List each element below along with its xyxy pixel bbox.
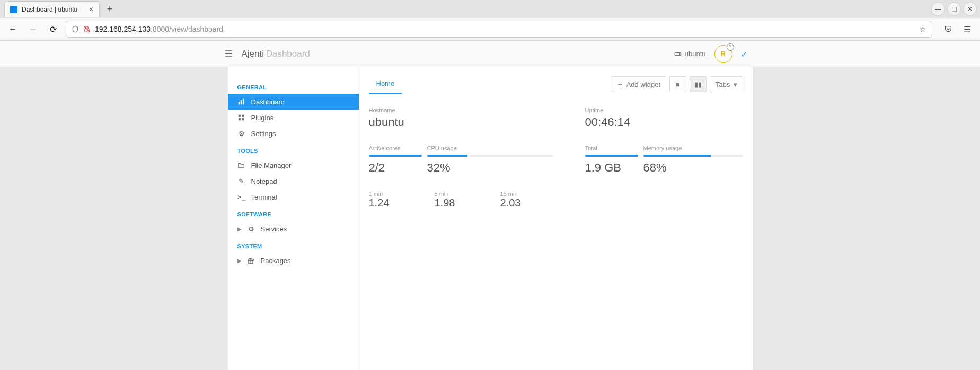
tab-home[interactable]: Home (369, 74, 402, 94)
shield-icon (72, 25, 79, 33)
widget-value: ubuntu (369, 115, 553, 129)
close-tab-icon[interactable]: ✕ (89, 6, 94, 13)
sidebar-item-label: Settings (251, 130, 276, 138)
pencil-icon: ✎ (237, 177, 246, 185)
prompt-icon: >_ (237, 193, 246, 201)
widget-memory-usage: Memory usage 68% (643, 145, 743, 175)
chevron-right-icon: ▶ (237, 258, 242, 264)
layout-single-button[interactable]: ■ (669, 76, 686, 92)
widget-memory-total: Total 1.9 GB (585, 145, 638, 175)
avatar-letter: R (721, 50, 726, 58)
favicon-icon (10, 6, 17, 13)
insecure-lock-icon (83, 25, 91, 33)
widget-memory-block: Total 1.9 GB Memory usage 68% (585, 145, 743, 175)
app-menu-icon[interactable]: ☰ (960, 22, 975, 37)
plus-icon: ＋ (616, 79, 623, 89)
back-button[interactable]: ← (5, 22, 20, 37)
sidebar-item-plugins[interactable]: Plugins (228, 110, 359, 125)
sidebar-item-label: Plugins (251, 114, 274, 122)
fullscreen-icon[interactable]: ⤢ (741, 50, 747, 58)
widgets-grid: Hostname ubuntu Uptime 00:46:14 Active c… (369, 94, 743, 209)
url-bar[interactable]: 192.168.254.133:8000/view/dashboard ☆ (66, 21, 932, 38)
svg-rect-6 (242, 99, 243, 105)
stop-icon: ■ (676, 80, 680, 88)
folder-icon (237, 161, 246, 169)
widget-active-cores: Active cores 2/2 (369, 145, 422, 175)
pocket-icon[interactable] (941, 22, 956, 37)
progress-bar (585, 155, 638, 157)
layout-split-button[interactable]: ▮▮ (690, 76, 707, 92)
progress-fill (585, 155, 638, 157)
widget-value: 1.98 (435, 197, 488, 209)
sidebar-item-terminal[interactable]: >_ Terminal (228, 189, 359, 205)
widget-label: 5 min (435, 191, 488, 197)
grid-icon (237, 114, 246, 121)
browser-tab[interactable]: Dashboard | ubuntu ✕ (4, 1, 100, 17)
sidebar-item-notepad[interactable]: ✎ Notepad (228, 173, 359, 189)
url-path: :8000/view/dashboard (151, 25, 223, 33)
widget-label: 1 min (369, 191, 422, 197)
widget-label: Total (585, 145, 638, 151)
hostname-chip-text: ubuntu (685, 50, 706, 58)
widget-load-block: 1 min 1.24 5 min 1.98 15 min 2.03 (369, 191, 553, 209)
chevron-right-icon: ▶ (237, 226, 242, 232)
sidebar-item-packages[interactable]: ▶ Packages (228, 252, 359, 268)
svg-point-3 (679, 53, 680, 54)
widget-uptime: Uptime 00:46:14 (585, 107, 743, 129)
sidebar: GENERAL Dashboard Plugins ⚙ Settings TOO… (228, 67, 359, 370)
sidebar-item-dashboard[interactable]: Dashboard (228, 94, 359, 110)
widget-load-5min: 5 min 1.98 (435, 191, 488, 209)
sidebar-item-services[interactable]: ▶ ⚙ Services (228, 221, 359, 237)
tab-bar: Home (369, 74, 402, 94)
sidebar-item-label: Notepad (251, 177, 277, 185)
widget-label: Memory usage (643, 145, 743, 151)
tab-strip: Dashboard | ubuntu ✕ + — ▢ ✕ (0, 0, 980, 18)
sidebar-heading-tools: TOOLS (228, 145, 359, 157)
widget-value: 2.03 (500, 197, 553, 209)
minimize-button[interactable]: — (931, 2, 945, 16)
svg-rect-9 (238, 118, 240, 120)
hostname-chip[interactable]: ubuntu (674, 50, 706, 58)
widget-value: 68% (643, 161, 743, 175)
maximize-button[interactable]: ▢ (947, 2, 961, 16)
gift-icon (247, 257, 255, 264)
sidebar-heading-system: SYSTEM (228, 240, 359, 252)
widget-label: 15 min (500, 191, 553, 197)
new-tab-button[interactable]: + (103, 2, 117, 16)
menu-toggle-icon[interactable]: ☰ (223, 48, 234, 60)
reload-button[interactable]: ⟳ (46, 22, 60, 37)
widget-label: Active cores (369, 145, 422, 151)
svg-rect-5 (240, 100, 241, 104)
url-host: 192.168.254.133 (95, 25, 151, 33)
close-window-button[interactable]: ✕ (963, 2, 977, 16)
sidebar-item-label: Dashboard (251, 98, 285, 106)
widget-value: 2/2 (369, 161, 422, 175)
widget-value: 1.24 (369, 197, 422, 209)
widget-hostname: Hostname ubuntu (369, 107, 553, 129)
sidebar-item-label: Terminal (251, 193, 277, 201)
browser-chrome: Dashboard | ubuntu ✕ + — ▢ ✕ ← → ⟳ 192.1… (0, 0, 980, 41)
progress-fill (427, 155, 467, 157)
content: Home ＋ Add widget ■ ▮▮ Tabs ▾ (359, 67, 753, 370)
widget-value: 1.9 GB (585, 161, 638, 175)
breadcrumb: Dashboard (266, 49, 310, 59)
app-header: ☰ Ajenti Dashboard ubuntu R ⌃ ⤢ (0, 41, 980, 67)
widget-label: Uptime (585, 107, 743, 113)
add-widget-button[interactable]: ＋ Add widget (611, 76, 666, 92)
svg-rect-7 (238, 115, 240, 117)
avatar[interactable]: R ⌃ (714, 45, 732, 63)
widget-cpu-block: Active cores 2/2 CPU usage 32% (369, 145, 553, 175)
sidebar-item-file-manager[interactable]: File Manager (228, 157, 359, 173)
sidebar-item-settings[interactable]: ⚙ Settings (228, 125, 359, 141)
bookmark-star-icon[interactable]: ☆ (920, 25, 926, 33)
main: GENERAL Dashboard Plugins ⚙ Settings TOO… (228, 67, 753, 370)
caret-down-icon: ▾ (734, 80, 737, 88)
forward-button[interactable]: → (25, 22, 40, 37)
tabs-dropdown-button[interactable]: Tabs ▾ (710, 76, 743, 92)
chart-icon (237, 98, 246, 105)
widget-load-15min: 15 min 2.03 (500, 191, 553, 209)
svg-rect-4 (238, 102, 239, 104)
widget-value: 00:46:14 (585, 115, 743, 129)
sidebar-heading-software: SOFTWARE (228, 208, 359, 221)
progress-bar (369, 155, 422, 157)
